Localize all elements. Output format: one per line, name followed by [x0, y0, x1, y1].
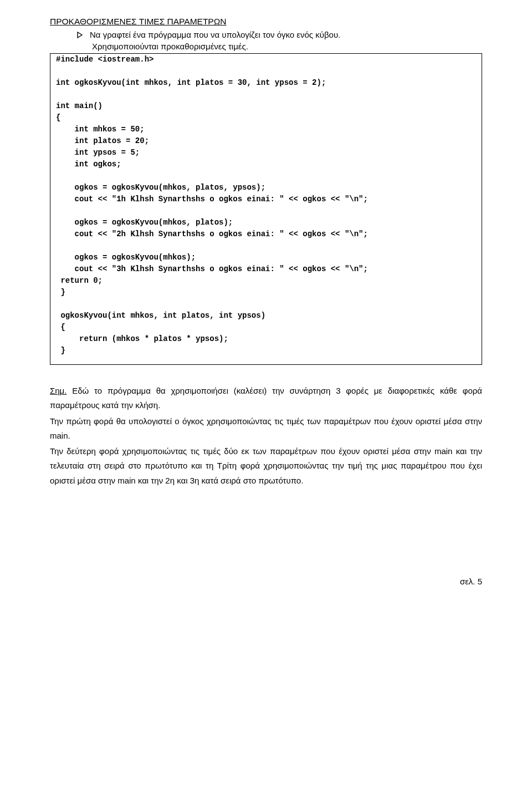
section-heading: ΠΡΟΚΑΘΟΡΙΣΜΕΝΕΣ ΤΙΜΕΣ ΠΑΡΑΜΕΤΡΩΝ [50, 17, 482, 27]
code-line: int main() [56, 101, 103, 110]
code-line: ogkos = ogkosKyvou(mhkos); [56, 253, 196, 262]
code-line: cout << "1h Klhsh Synarthshs o ogkos ein… [56, 195, 368, 203]
code-line: return (mhkos * platos * ypsos); [56, 334, 228, 343]
code-line: cout << "3h Klhsh Synarthshs o ogkos ein… [56, 264, 368, 273]
note-paragraph-1: Σημ. Εδώ το πρόγραμμα θα χρησιμοποιήσει … [50, 384, 482, 413]
bullet-item: Να γραφτεί ένα πρόγραμμα που να υπολογίζ… [76, 30, 482, 40]
bullet-text-line2: Χρησιμοποιούνται προκαθορισμένες τιμές. [92, 42, 482, 51]
code-line: cout << "2h Klhsh Synarthshs o ogkos ein… [56, 230, 368, 238]
code-line: } [56, 288, 65, 297]
page-number: σελ. 5 [50, 577, 482, 586]
chevron-right-icon [76, 31, 84, 40]
code-block: #include <iostream.h> int ogkosKyvou(int… [50, 53, 482, 365]
code-line: return 0; [56, 276, 103, 285]
note-paragraph-3: Την δεύτερη φορά χρησιμοποιώντας τις τιμ… [50, 444, 482, 488]
code-line: int ogkosKyvou(int mhkos, int platos = 3… [56, 78, 326, 87]
bullet-text-line1: Να γραφτεί ένα πρόγραμμα που να υπολογίζ… [90, 30, 482, 39]
code-line: { [56, 323, 65, 332]
code-line: } [56, 346, 65, 355]
code-line: ogkos = ogkosKyvou(mhkos, platos); [56, 218, 233, 227]
code-line: ogkos = ogkosKyvou(mhkos, platos, ypsos)… [56, 183, 265, 192]
code-line: int ogkos; [56, 160, 121, 169]
code-line: int platos = 20; [56, 136, 149, 145]
note-text: Εδώ το πρόγραμμα θα χρησιμοποιήσει (καλέ… [50, 386, 482, 410]
code-line: #include <iostream.h> [56, 55, 154, 64]
note-label: Σημ. [50, 386, 66, 395]
code-line: ogkosKyvou(int mhkos, int platos, int yp… [56, 311, 265, 320]
note-paragraph-2: Την πρώτη φορά θα υπολογιστεί ο όγκος χρ… [50, 414, 482, 444]
code-line: int mhkos = 50; [56, 125, 145, 134]
code-line: int ypsos = 5; [56, 148, 140, 157]
page: ΠΡΟΚΑΘΟΡΙΣΜΕΝΕΣ ΤΙΜΕΣ ΠΑΡΑΜΕΤΡΩΝ Να γραφ… [0, 0, 532, 608]
code-line: { [56, 113, 60, 122]
